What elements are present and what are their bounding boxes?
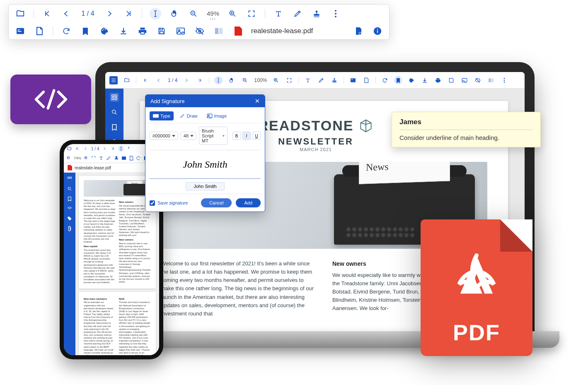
rotate-icon[interactable] [381, 76, 389, 84]
attachment-icon[interactable] [67, 226, 73, 231]
next-icon[interactable] [182, 76, 191, 84]
last-page-icon[interactable] [123, 8, 134, 19]
text-select-icon[interactable] [150, 8, 161, 19]
page-indicator[interactable]: 1 / 4 [168, 77, 177, 83]
info-icon[interactable] [372, 25, 383, 37]
form-icon[interactable] [121, 155, 127, 161]
prev-icon[interactable] [60, 8, 72, 19]
more-icon[interactable] [330, 8, 341, 19]
hamburger-icon[interactable] [109, 76, 118, 84]
bookmark-icon[interactable] [80, 25, 91, 37]
zoom-in-icon[interactable] [272, 76, 280, 84]
more-icon[interactable] [500, 76, 508, 84]
visibility-off-icon[interactable] [474, 76, 482, 84]
zoom-level[interactable]: 49% [207, 10, 219, 17]
page-icon[interactable] [362, 76, 370, 84]
add-button[interactable]: Add [236, 198, 261, 207]
text-tool-icon[interactable] [273, 8, 284, 19]
first-page-icon[interactable] [141, 76, 150, 84]
zoom-out-icon[interactable] [241, 76, 249, 84]
zoom-in-icon[interactable] [227, 8, 238, 19]
signature-pad[interactable]: John Smith [150, 150, 261, 179]
font-select[interactable]: Brush Script MT [199, 127, 227, 145]
print-icon[interactable] [434, 76, 442, 84]
next-icon[interactable] [102, 146, 107, 152]
open-icon[interactable] [123, 76, 131, 84]
zoom-out-icon[interactable] [66, 155, 71, 161]
first-page-icon[interactable] [41, 8, 53, 19]
open-icon[interactable] [66, 146, 72, 152]
page-indicator[interactable]: 1 / 4 [91, 147, 99, 151]
rotate-icon[interactable] [60, 25, 72, 37]
underline-button[interactable]: U [252, 132, 261, 140]
tab-draw[interactable]: Draw [176, 111, 201, 120]
compare-icon[interactable] [487, 76, 495, 84]
draw-tool-icon[interactable] [317, 76, 325, 84]
compare-icon[interactable] [213, 25, 225, 37]
text-tool-icon[interactable] [304, 76, 312, 84]
zoom-in-icon[interactable] [84, 155, 89, 161]
tag-icon[interactable] [67, 216, 73, 221]
zoom-level[interactable]: 74% [74, 156, 81, 160]
search-icon[interactable] [67, 186, 73, 192]
save-icon[interactable] [447, 76, 455, 84]
form-icon[interactable] [349, 76, 357, 84]
palette-icon[interactable] [407, 76, 416, 84]
text-select-icon[interactable] [214, 76, 223, 84]
print-icon[interactable] [137, 25, 148, 37]
open-icon[interactable] [15, 8, 26, 19]
image-icon[interactable] [175, 25, 186, 37]
fit-icon[interactable] [246, 8, 257, 19]
download-icon[interactable] [118, 25, 129, 37]
prev-icon[interactable] [83, 146, 89, 152]
tab-type[interactable]: Type [150, 111, 174, 120]
download-icon[interactable] [421, 76, 429, 84]
last-page-icon[interactable] [110, 146, 116, 152]
prev-icon[interactable] [155, 76, 163, 84]
bookmark-icon[interactable] [110, 123, 119, 132]
first-page-icon[interactable] [75, 146, 80, 152]
close-icon[interactable]: ✕ [255, 98, 260, 104]
text-tool-icon[interactable] [99, 155, 104, 161]
size-select[interactable]: 48 [181, 132, 196, 140]
rotate-icon[interactable] [136, 155, 141, 161]
text-select-icon[interactable] [118, 146, 124, 152]
fit-icon[interactable] [285, 76, 293, 84]
stamp-icon[interactable] [311, 8, 322, 19]
fit-icon[interactable] [91, 155, 96, 161]
stamp-icon[interactable] [114, 155, 119, 161]
page-indicator[interactable]: 1 / 4 [80, 10, 96, 17]
layers-icon[interactable] [67, 206, 73, 212]
form-icon[interactable] [15, 25, 26, 37]
last-page-icon[interactable] [196, 76, 204, 84]
zoom-out-icon[interactable] [188, 8, 199, 19]
next-icon[interactable] [104, 8, 115, 19]
bold-button[interactable]: B [232, 132, 241, 140]
save-icon[interactable] [156, 25, 167, 37]
save-signature-checkbox[interactable]: Save signature [150, 200, 188, 206]
draw-tool-icon[interactable] [106, 155, 111, 161]
thumbnails-icon[interactable] [110, 93, 119, 102]
visibility-off-icon[interactable] [194, 25, 206, 37]
cancel-button[interactable]: Cancel [201, 198, 232, 207]
thumbnails-icon[interactable] [67, 176, 73, 182]
pan-icon[interactable] [227, 76, 236, 84]
bookmark-icon[interactable] [67, 196, 73, 202]
color-select[interactable]: #000000 [150, 132, 178, 140]
attach-icon[interactable] [353, 25, 364, 37]
stamp-icon[interactable] [330, 76, 339, 84]
tab-image[interactable]: Image [203, 111, 230, 120]
pan-icon[interactable] [169, 8, 180, 19]
page-icon[interactable] [34, 25, 45, 37]
signature-chip[interactable]: John Smith [186, 182, 224, 190]
draw-tool-icon[interactable] [292, 8, 303, 19]
italic-button[interactable]: I [242, 132, 251, 140]
bookmark-icon[interactable] [394, 76, 402, 84]
pan-icon[interactable] [126, 146, 132, 152]
dialog-titlebar[interactable]: Add Signature ✕ [145, 95, 265, 107]
page-icon[interactable] [129, 155, 133, 161]
image-icon[interactable] [460, 76, 469, 84]
search-icon[interactable] [110, 108, 119, 117]
save-signature-input[interactable] [150, 200, 155, 206]
zoom-level[interactable]: 100% [254, 77, 267, 83]
